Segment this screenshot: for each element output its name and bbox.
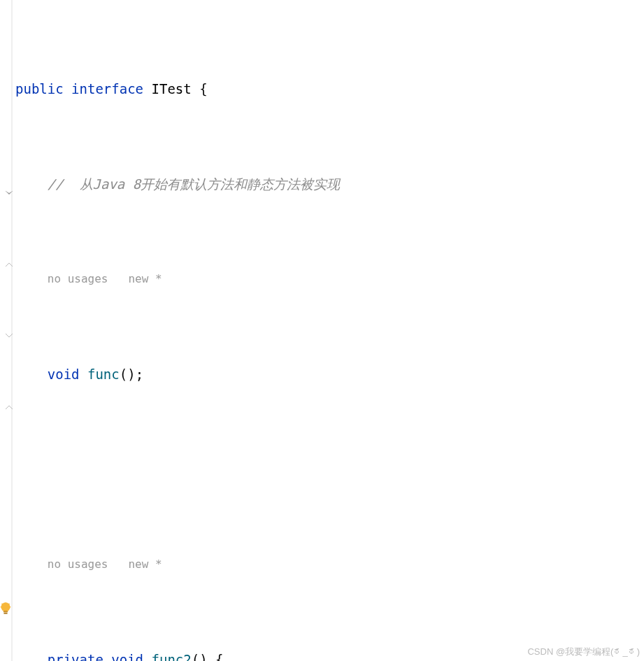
keyword: private xyxy=(48,648,103,661)
type-name: ITest xyxy=(152,77,192,101)
code-area[interactable]: public interface ITest { // 从Java 8开始有默认… xyxy=(13,0,644,661)
code-editor[interactable]: public interface ITest { // 从Java 8开始有默认… xyxy=(0,0,644,661)
usage-hint[interactable]: no usages xyxy=(48,553,108,576)
brace: { xyxy=(192,77,208,101)
brace: () { xyxy=(192,648,224,661)
inlay-hints-line: no usages new * xyxy=(13,267,644,291)
method-name: func xyxy=(87,362,120,386)
usage-hint[interactable]: no usages xyxy=(48,267,108,291)
code-line: void func (); xyxy=(13,362,644,386)
code-line: public interface ITest { xyxy=(13,77,644,101)
keyword: void xyxy=(111,648,143,661)
comment: // 从Java 8开始有默认方法和静态方法被实现 xyxy=(48,172,340,196)
editor-gutter xyxy=(0,0,13,661)
method-name: func2 xyxy=(152,648,192,661)
blank-line xyxy=(13,457,644,481)
code-line: // 从Java 8开始有默认方法和静态方法被实现 xyxy=(13,172,644,196)
inlay-hints-line: no usages new * xyxy=(13,553,644,576)
watermark-text: CSDN @我要学编程(ಥ_ಥ) xyxy=(527,646,640,658)
keyword: void xyxy=(48,362,80,386)
vcs-hint[interactable]: new * xyxy=(128,553,162,576)
keyword: public xyxy=(15,77,64,101)
punct: (); xyxy=(120,362,143,386)
vcs-hint[interactable]: new * xyxy=(128,267,162,291)
svg-rect-2 xyxy=(3,613,8,614)
svg-rect-1 xyxy=(3,611,8,612)
keyword: interface xyxy=(71,77,143,101)
